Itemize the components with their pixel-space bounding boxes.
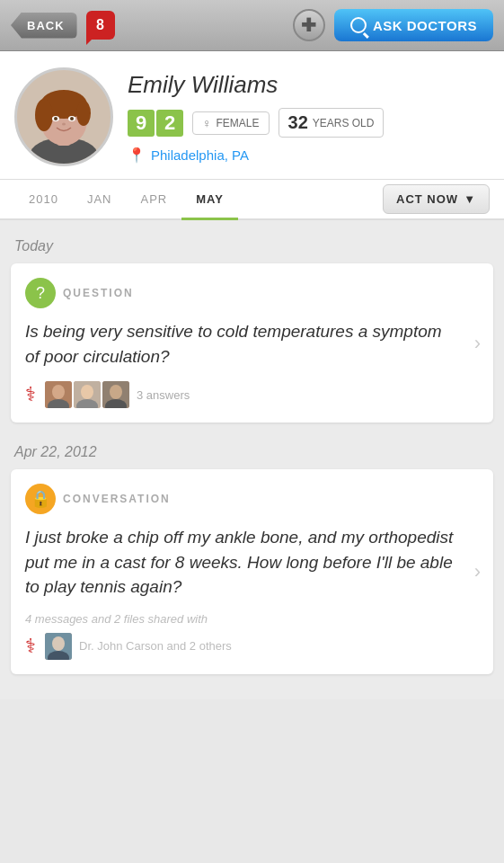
- score-digit-1: 9: [128, 110, 155, 137]
- female-icon: ♀: [202, 116, 212, 130]
- svg-point-5: [76, 101, 91, 126]
- svg-point-10: [62, 123, 66, 126]
- conversation-type-label: CONVERSATION: [63, 493, 171, 505]
- ask-doctors-label: ASK DOCTORS: [373, 18, 477, 33]
- question-card-footer: ⚕: [25, 381, 479, 408]
- age-label: YEARS OLD: [313, 117, 375, 129]
- conv-chevron-right-icon: ›: [474, 560, 481, 583]
- svg-point-8: [54, 117, 57, 120]
- tab-may[interactable]: MAY: [181, 180, 238, 218]
- profile-info: Emily Williams 9 2 ♀ FEMALE 32 YEARS OLD…: [128, 67, 490, 164]
- doc-avatar-1: [45, 381, 72, 408]
- section-date-apr: Apr 22, 2012: [11, 437, 493, 469]
- section-date-today: Today: [11, 231, 493, 263]
- conv-card-header: 🔒 CONVERSATION: [25, 484, 479, 514]
- user-name: Emily Williams: [128, 71, 490, 99]
- score-digit-2: 2: [156, 110, 183, 137]
- svg-point-18: [110, 385, 122, 399]
- notification-badge[interactable]: 8: [86, 11, 115, 40]
- question-card[interactable]: ? QUESTION Is being very sensitive to co…: [11, 263, 493, 423]
- svg-point-12: [52, 385, 65, 399]
- score-box: 9 2: [128, 110, 183, 137]
- plus-icon: ✚: [301, 14, 316, 36]
- caduceus-icon: ⚕: [25, 383, 36, 406]
- answers-count: 3 answers: [137, 388, 190, 402]
- conversation-card[interactable]: 🔒 CONVERSATION I just broke a chip off m…: [11, 469, 493, 674]
- question-mark-icon: ?: [36, 284, 45, 303]
- search-icon: [350, 17, 367, 33]
- timeline-nav: 2010 JAN APR MAY ACT NOW ▼: [0, 180, 504, 220]
- location-text: Philadelphia, PA: [151, 147, 249, 163]
- conversation-meta: 4 messages and 2 files shared with: [25, 612, 479, 626]
- tab-jan[interactable]: JAN: [73, 180, 127, 218]
- conv-caduceus-icon: ⚕: [25, 635, 36, 658]
- doc-avatar-3: [102, 381, 129, 408]
- svg-point-21: [52, 636, 65, 651]
- question-type-label: QUESTION: [63, 287, 134, 299]
- conversation-type-icon: 🔒: [25, 484, 56, 514]
- conversation-footer: ⚕ Dr. John Carson and 2 others: [25, 633, 479, 660]
- content-area: Today ? QUESTION Is being very sensitive…: [0, 220, 504, 699]
- age-number: 32: [288, 112, 308, 133]
- svg-point-9: [70, 117, 74, 120]
- location-row[interactable]: 📍 Philadelphia, PA: [128, 147, 490, 164]
- age-badge: 32 YEARS OLD: [279, 108, 385, 138]
- profile-section: Emily Williams 9 2 ♀ FEMALE 32 YEARS OLD…: [0, 51, 504, 180]
- question-text: Is being very sensitive to cold temperat…: [25, 319, 479, 369]
- lock-icon: 🔒: [31, 489, 50, 509]
- stats-row: 9 2 ♀ FEMALE 32 YEARS OLD: [128, 108, 490, 138]
- card-header: ? QUESTION: [25, 278, 479, 308]
- svg-point-15: [81, 385, 93, 399]
- tab-2010[interactable]: 2010: [14, 180, 73, 218]
- act-now-label: ACT NOW: [396, 192, 458, 206]
- chevron-right-icon: ›: [474, 332, 481, 355]
- location-pin-icon: 📍: [128, 147, 146, 164]
- avatar: [14, 67, 113, 166]
- doc-avatar-2: [74, 381, 101, 408]
- shared-with-text: Dr. John Carson and 2 others: [79, 639, 232, 653]
- act-now-button[interactable]: ACT NOW ▼: [383, 184, 490, 214]
- tab-apr[interactable]: APR: [126, 180, 181, 218]
- back-button[interactable]: BACK: [11, 13, 77, 39]
- doctor-avatars: [45, 381, 129, 408]
- conv-doc-avatar: [45, 633, 72, 660]
- dropdown-arrow-icon: ▼: [464, 192, 476, 206]
- notification-count: 8: [96, 17, 104, 33]
- gender-badge: ♀ FEMALE: [192, 111, 270, 135]
- gender-label: FEMALE: [217, 117, 260, 129]
- svg-point-4: [35, 99, 53, 131]
- add-button[interactable]: ✚: [293, 9, 325, 41]
- ask-doctors-button[interactable]: ASK DOCTORS: [334, 9, 493, 41]
- conversation-text: I just broke a chip off my ankle bone, a…: [25, 525, 479, 600]
- top-bar: BACK 8 ✚ ASK DOCTORS: [0, 0, 504, 51]
- question-type-icon: ?: [25, 278, 56, 308]
- timeline-tabs: 2010 JAN APR MAY: [14, 180, 383, 218]
